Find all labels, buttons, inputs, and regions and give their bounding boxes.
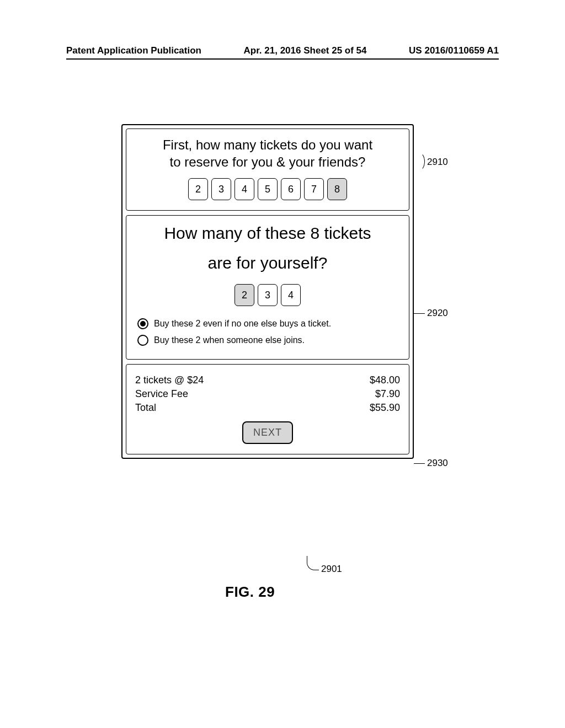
- radio-unselected-icon: [137, 335, 148, 346]
- page-header: Patent Application Publication Apr. 21, …: [0, 45, 565, 60]
- callout-2930-label: 2930: [427, 458, 448, 469]
- header-left: Patent Application Publication: [66, 45, 201, 56]
- radio-selected-icon: [137, 318, 148, 329]
- prompt-reserve-line1: First, how many tickets do you want: [135, 137, 400, 154]
- header-middle: Apr. 21, 2016 Sheet 25 of 54: [244, 45, 367, 56]
- radio-buy-when-joined-label: Buy these 2 when someone else joins.: [154, 335, 305, 345]
- line-fee-value: $7.90: [375, 388, 400, 400]
- figure-title: FIG. 29: [225, 584, 275, 601]
- prompt-self-line1: How many of these 8 tickets: [135, 223, 400, 243]
- reserve-option-2[interactable]: 2: [188, 178, 208, 200]
- radio-buy-when-joined[interactable]: Buy these 2 when someone else joins.: [137, 335, 400, 346]
- prompt-self-line2: are for yourself?: [135, 253, 400, 273]
- reserve-option-6[interactable]: 6: [281, 178, 301, 200]
- prompt-reserve-line2: to reserve for you & your friends?: [135, 154, 400, 171]
- summary-line-items: 2 tickets @ $24 $48.00: [135, 374, 400, 386]
- reserve-option-3[interactable]: 3: [211, 178, 231, 200]
- line-total-label: Total: [135, 402, 156, 414]
- figure-stage: First, how many tickets do you want to r…: [121, 124, 414, 459]
- reserve-option-5[interactable]: 5: [258, 178, 278, 200]
- self-option-2[interactable]: 2: [234, 284, 254, 306]
- line-tickets-label: 2 tickets @ $24: [135, 374, 204, 386]
- buy-condition-group: Buy these 2 even if no one else buys a t…: [135, 318, 400, 346]
- self-option-3[interactable]: 3: [258, 284, 278, 306]
- summary-line-total: Total $55.90: [135, 402, 400, 414]
- reserve-options-row: 2 3 4 5 6 7 8: [135, 178, 400, 200]
- next-button[interactable]: NEXT: [242, 421, 293, 444]
- callout-2901-label: 2901: [321, 564, 342, 575]
- header-rule: [66, 58, 499, 60]
- radio-buy-regardless-label: Buy these 2 even if no one else buys a t…: [154, 319, 331, 329]
- callout-2920-label: 2920: [427, 308, 448, 319]
- panel-summary: 2 tickets @ $24 $48.00 Service Fee $7.90…: [126, 364, 409, 454]
- line-total-value: $55.90: [370, 402, 400, 414]
- panel-self-count: How many of these 8 tickets are for your…: [126, 215, 409, 360]
- header-right: US 2016/0110659 A1: [409, 45, 499, 56]
- reserve-option-4[interactable]: 4: [234, 178, 254, 200]
- panel-reserve-count: First, how many tickets do you want to r…: [126, 129, 409, 211]
- callout-2910-label: 2910: [427, 157, 448, 168]
- self-options-row: 2 3 4: [135, 284, 400, 306]
- line-fee-label: Service Fee: [135, 388, 188, 400]
- summary-line-fee: Service Fee $7.90: [135, 388, 400, 400]
- callout-2901-hook: [307, 556, 319, 570]
- line-tickets-value: $48.00: [370, 374, 400, 386]
- reserve-option-7[interactable]: 7: [304, 178, 324, 200]
- screen-outline: First, how many tickets do you want to r…: [121, 124, 414, 459]
- self-option-4[interactable]: 4: [281, 284, 301, 306]
- radio-buy-regardless[interactable]: Buy these 2 even if no one else buys a t…: [137, 318, 400, 329]
- reserve-option-8[interactable]: 8: [327, 178, 347, 200]
